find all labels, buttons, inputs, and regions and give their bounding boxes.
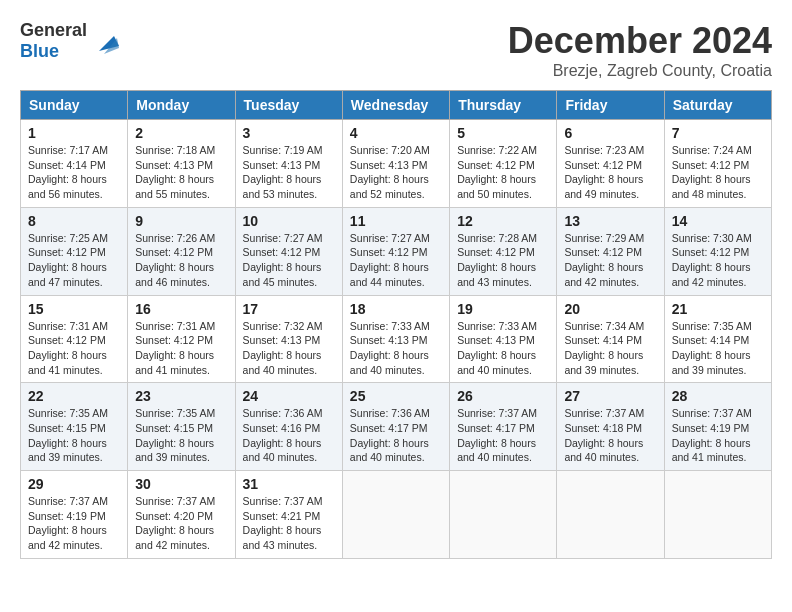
calendar-cell-28: 28 Sunrise: 7:37 AMSunset: 4:19 PMDaylig… <box>664 383 771 471</box>
calendar-row-4: 29 Sunrise: 7:37 AMSunset: 4:19 PMDaylig… <box>21 471 772 559</box>
empty-cell <box>450 471 557 559</box>
logo-blue: Blue <box>20 41 59 61</box>
weekday-header-thursday: Thursday <box>450 91 557 120</box>
calendar-cell-29: 29 Sunrise: 7:37 AMSunset: 4:19 PMDaylig… <box>21 471 128 559</box>
day-info: Sunrise: 7:22 AMSunset: 4:12 PMDaylight:… <box>457 143 549 202</box>
calendar-cell-19: 19 Sunrise: 7:33 AMSunset: 4:13 PMDaylig… <box>450 295 557 383</box>
day-number: 20 <box>564 301 656 317</box>
day-info: Sunrise: 7:31 AMSunset: 4:12 PMDaylight:… <box>28 319 120 378</box>
day-info: Sunrise: 7:18 AMSunset: 4:13 PMDaylight:… <box>135 143 227 202</box>
calendar-cell-2: 2 Sunrise: 7:18 AMSunset: 4:13 PMDayligh… <box>128 120 235 208</box>
calendar-cell-31: 31 Sunrise: 7:37 AMSunset: 4:21 PMDaylig… <box>235 471 342 559</box>
day-number: 14 <box>672 213 764 229</box>
day-info: Sunrise: 7:36 AMSunset: 4:16 PMDaylight:… <box>243 406 335 465</box>
calendar-header-row: SundayMondayTuesdayWednesdayThursdayFrid… <box>21 91 772 120</box>
day-number: 3 <box>243 125 335 141</box>
title-area: December 2024 Brezje, Zagreb County, Cro… <box>508 20 772 80</box>
day-number: 26 <box>457 388 549 404</box>
day-info: Sunrise: 7:34 AMSunset: 4:14 PMDaylight:… <box>564 319 656 378</box>
calendar-cell-10: 10 Sunrise: 7:27 AMSunset: 4:12 PMDaylig… <box>235 207 342 295</box>
day-info: Sunrise: 7:20 AMSunset: 4:13 PMDaylight:… <box>350 143 442 202</box>
calendar-row-3: 22 Sunrise: 7:35 AMSunset: 4:15 PMDaylig… <box>21 383 772 471</box>
empty-cell <box>557 471 664 559</box>
day-info: Sunrise: 7:29 AMSunset: 4:12 PMDaylight:… <box>564 231 656 290</box>
calendar-row-1: 8 Sunrise: 7:25 AMSunset: 4:12 PMDayligh… <box>21 207 772 295</box>
weekday-header-tuesday: Tuesday <box>235 91 342 120</box>
day-info: Sunrise: 7:30 AMSunset: 4:12 PMDaylight:… <box>672 231 764 290</box>
day-info: Sunrise: 7:37 AMSunset: 4:19 PMDaylight:… <box>672 406 764 465</box>
day-info: Sunrise: 7:19 AMSunset: 4:13 PMDaylight:… <box>243 143 335 202</box>
calendar-cell-7: 7 Sunrise: 7:24 AMSunset: 4:12 PMDayligh… <box>664 120 771 208</box>
day-number: 10 <box>243 213 335 229</box>
calendar-cell-13: 13 Sunrise: 7:29 AMSunset: 4:12 PMDaylig… <box>557 207 664 295</box>
calendar-cell-26: 26 Sunrise: 7:37 AMSunset: 4:17 PMDaylig… <box>450 383 557 471</box>
day-info: Sunrise: 7:26 AMSunset: 4:12 PMDaylight:… <box>135 231 227 290</box>
day-number: 16 <box>135 301 227 317</box>
calendar-row-0: 1 Sunrise: 7:17 AMSunset: 4:14 PMDayligh… <box>21 120 772 208</box>
page-header: General Blue December 2024 Brezje, Zagre… <box>20 20 772 80</box>
calendar-cell-16: 16 Sunrise: 7:31 AMSunset: 4:12 PMDaylig… <box>128 295 235 383</box>
logo-general: General <box>20 20 87 40</box>
day-number: 22 <box>28 388 120 404</box>
calendar-cell-6: 6 Sunrise: 7:23 AMSunset: 4:12 PMDayligh… <box>557 120 664 208</box>
day-number: 27 <box>564 388 656 404</box>
day-info: Sunrise: 7:31 AMSunset: 4:12 PMDaylight:… <box>135 319 227 378</box>
calendar-cell-8: 8 Sunrise: 7:25 AMSunset: 4:12 PMDayligh… <box>21 207 128 295</box>
calendar-cell-12: 12 Sunrise: 7:28 AMSunset: 4:12 PMDaylig… <box>450 207 557 295</box>
day-number: 28 <box>672 388 764 404</box>
weekday-header-friday: Friday <box>557 91 664 120</box>
day-number: 1 <box>28 125 120 141</box>
day-number: 15 <box>28 301 120 317</box>
day-info: Sunrise: 7:23 AMSunset: 4:12 PMDaylight:… <box>564 143 656 202</box>
day-number: 21 <box>672 301 764 317</box>
day-number: 29 <box>28 476 120 492</box>
day-info: Sunrise: 7:32 AMSunset: 4:13 PMDaylight:… <box>243 319 335 378</box>
calendar-cell-9: 9 Sunrise: 7:26 AMSunset: 4:12 PMDayligh… <box>128 207 235 295</box>
day-number: 17 <box>243 301 335 317</box>
day-number: 2 <box>135 125 227 141</box>
calendar-cell-14: 14 Sunrise: 7:30 AMSunset: 4:12 PMDaylig… <box>664 207 771 295</box>
calendar-cell-20: 20 Sunrise: 7:34 AMSunset: 4:14 PMDaylig… <box>557 295 664 383</box>
day-number: 24 <box>243 388 335 404</box>
logo: General Blue <box>20 20 119 62</box>
day-info: Sunrise: 7:36 AMSunset: 4:17 PMDaylight:… <box>350 406 442 465</box>
day-info: Sunrise: 7:27 AMSunset: 4:12 PMDaylight:… <box>350 231 442 290</box>
calendar-cell-23: 23 Sunrise: 7:35 AMSunset: 4:15 PMDaylig… <box>128 383 235 471</box>
calendar-cell-22: 22 Sunrise: 7:35 AMSunset: 4:15 PMDaylig… <box>21 383 128 471</box>
day-info: Sunrise: 7:27 AMSunset: 4:12 PMDaylight:… <box>243 231 335 290</box>
day-info: Sunrise: 7:37 AMSunset: 4:20 PMDaylight:… <box>135 494 227 553</box>
calendar-cell-11: 11 Sunrise: 7:27 AMSunset: 4:12 PMDaylig… <box>342 207 449 295</box>
calendar-cell-4: 4 Sunrise: 7:20 AMSunset: 4:13 PMDayligh… <box>342 120 449 208</box>
weekday-header-saturday: Saturday <box>664 91 771 120</box>
calendar-cell-17: 17 Sunrise: 7:32 AMSunset: 4:13 PMDaylig… <box>235 295 342 383</box>
calendar-cell-24: 24 Sunrise: 7:36 AMSunset: 4:16 PMDaylig… <box>235 383 342 471</box>
day-info: Sunrise: 7:37 AMSunset: 4:21 PMDaylight:… <box>243 494 335 553</box>
day-info: Sunrise: 7:37 AMSunset: 4:17 PMDaylight:… <box>457 406 549 465</box>
calendar-cell-27: 27 Sunrise: 7:37 AMSunset: 4:18 PMDaylig… <box>557 383 664 471</box>
calendar-cell-18: 18 Sunrise: 7:33 AMSunset: 4:13 PMDaylig… <box>342 295 449 383</box>
calendar-row-2: 15 Sunrise: 7:31 AMSunset: 4:12 PMDaylig… <box>21 295 772 383</box>
day-info: Sunrise: 7:17 AMSunset: 4:14 PMDaylight:… <box>28 143 120 202</box>
day-info: Sunrise: 7:33 AMSunset: 4:13 PMDaylight:… <box>457 319 549 378</box>
day-number: 7 <box>672 125 764 141</box>
day-info: Sunrise: 7:37 AMSunset: 4:18 PMDaylight:… <box>564 406 656 465</box>
day-info: Sunrise: 7:35 AMSunset: 4:15 PMDaylight:… <box>135 406 227 465</box>
calendar-cell-5: 5 Sunrise: 7:22 AMSunset: 4:12 PMDayligh… <box>450 120 557 208</box>
calendar-cell-3: 3 Sunrise: 7:19 AMSunset: 4:13 PMDayligh… <box>235 120 342 208</box>
calendar-cell-25: 25 Sunrise: 7:36 AMSunset: 4:17 PMDaylig… <box>342 383 449 471</box>
day-number: 11 <box>350 213 442 229</box>
weekday-header-monday: Monday <box>128 91 235 120</box>
day-number: 4 <box>350 125 442 141</box>
logo-icon <box>89 26 119 56</box>
day-number: 5 <box>457 125 549 141</box>
calendar-cell-15: 15 Sunrise: 7:31 AMSunset: 4:12 PMDaylig… <box>21 295 128 383</box>
day-number: 13 <box>564 213 656 229</box>
day-info: Sunrise: 7:28 AMSunset: 4:12 PMDaylight:… <box>457 231 549 290</box>
day-number: 9 <box>135 213 227 229</box>
day-number: 8 <box>28 213 120 229</box>
day-number: 18 <box>350 301 442 317</box>
day-number: 31 <box>243 476 335 492</box>
day-info: Sunrise: 7:25 AMSunset: 4:12 PMDaylight:… <box>28 231 120 290</box>
calendar-cell-30: 30 Sunrise: 7:37 AMSunset: 4:20 PMDaylig… <box>128 471 235 559</box>
month-title: December 2024 <box>508 20 772 62</box>
